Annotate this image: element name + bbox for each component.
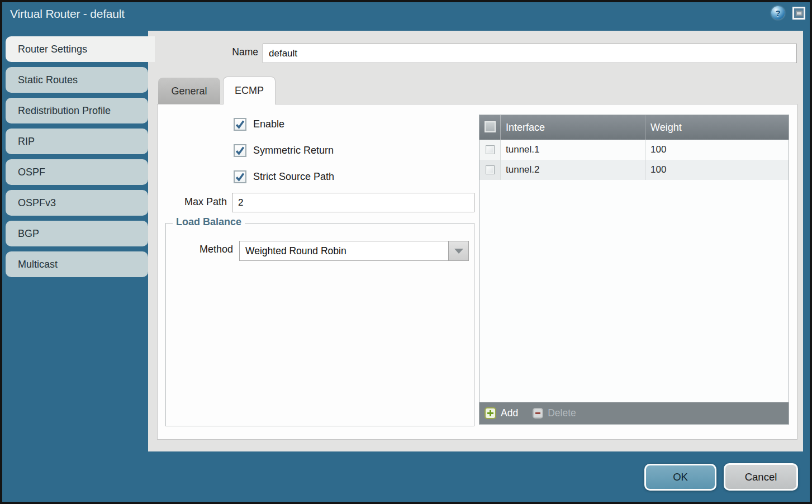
- dropdown-arrow-button[interactable]: [448, 241, 468, 260]
- name-input[interactable]: [263, 44, 797, 63]
- cell-weight[interactable]: 100: [645, 140, 789, 160]
- content-area: Name General ECMP Enable Symmetric Retur…: [148, 31, 803, 451]
- tab-ecmp[interactable]: ECMP: [223, 77, 276, 104]
- sidebar-item-ospf[interactable]: OSPF: [6, 159, 148, 185]
- table-row[interactable]: tunnel.1 100: [479, 140, 789, 160]
- method-dropdown[interactable]: Weighted Round Robin: [239, 241, 469, 261]
- sidebar: Router Settings Static Routes Redistribu…: [6, 36, 148, 282]
- symmetric-return-label: Symmetric Return: [253, 145, 334, 156]
- window-restore-icon[interactable]: [792, 7, 805, 20]
- strict-source-path-checkbox[interactable]: [234, 170, 246, 183]
- method-label: Method: [172, 244, 233, 255]
- method-selected-value: Weighted Round Robin: [245, 241, 346, 260]
- cell-interface[interactable]: tunnel.1: [501, 140, 645, 160]
- table-footer: Add Delete: [479, 402, 789, 424]
- sidebar-item-ospfv3[interactable]: OSPFv3: [6, 190, 148, 216]
- cell-interface[interactable]: tunnel.2: [501, 160, 645, 180]
- enable-row: Enable: [234, 118, 284, 131]
- chevron-down-icon: [454, 249, 463, 254]
- row-checkbox-cell: [479, 140, 501, 160]
- check-icon: [235, 119, 245, 130]
- minus-icon: [533, 408, 543, 419]
- sidebar-item-redistribution-profile[interactable]: Redistribution Profile: [6, 98, 148, 123]
- delete-button[interactable]: Delete: [533, 407, 576, 419]
- ecmp-tab-panel: Enable Symmetric Return Strict Source Pa…: [157, 104, 797, 440]
- symmetric-return-checkbox[interactable]: [234, 144, 246, 157]
- table-header: Interface Weight: [479, 115, 789, 140]
- column-header-interface[interactable]: Interface: [501, 115, 645, 140]
- sidebar-item-rip[interactable]: RIP: [6, 129, 148, 154]
- add-label: Add: [501, 407, 518, 419]
- symmetric-return-row: Symmetric Return: [234, 144, 334, 157]
- ok-button[interactable]: OK: [644, 464, 716, 491]
- interface-table: Interface Weight tunnel.1 100 tunnel.2 1…: [479, 115, 789, 425]
- virtual-router-dialog: Virtual Router - default ? Router Settin…: [0, 0, 812, 504]
- check-icon: [235, 145, 245, 156]
- dialog-title: Virtual Router - default: [10, 7, 125, 21]
- select-all-checkbox[interactable]: [485, 121, 496, 132]
- enable-label: Enable: [253, 118, 284, 130]
- column-header-weight[interactable]: Weight: [645, 115, 789, 140]
- max-path-label: Max Path: [168, 196, 227, 208]
- tab-general[interactable]: General: [158, 78, 220, 104]
- row-checkbox-cell: [479, 160, 501, 180]
- row-checkbox[interactable]: [486, 145, 495, 154]
- enable-checkbox[interactable]: [234, 118, 246, 131]
- row-checkbox[interactable]: [486, 165, 495, 174]
- load-balance-legend: Load Balance: [173, 216, 245, 228]
- delete-label: Delete: [548, 407, 576, 419]
- cell-weight[interactable]: 100: [645, 160, 789, 180]
- table-empty-area: [479, 180, 789, 402]
- check-icon: [235, 172, 245, 182]
- sidebar-item-bgp[interactable]: BGP: [6, 221, 148, 246]
- load-balance-group: Load Balance Method Weighted Round Robin: [165, 223, 474, 426]
- sidebar-item-static-routes[interactable]: Static Routes: [6, 67, 148, 93]
- max-path-input[interactable]: [232, 193, 474, 212]
- strict-source-path-label: Strict Source Path: [253, 171, 334, 183]
- name-label: Name: [207, 46, 258, 58]
- window-glyph: [796, 11, 802, 16]
- table-row[interactable]: tunnel.2 100: [479, 160, 789, 180]
- add-button[interactable]: Add: [485, 407, 518, 419]
- plus-icon: [485, 407, 496, 419]
- sidebar-item-multicast[interactable]: Multicast: [6, 251, 148, 277]
- strict-source-path-row: Strict Source Path: [234, 170, 334, 183]
- header-checkbox-cell: [479, 115, 501, 140]
- help-icon[interactable]: ?: [771, 6, 785, 20]
- sidebar-item-router-settings[interactable]: Router Settings: [6, 36, 155, 62]
- cancel-button[interactable]: Cancel: [724, 463, 798, 491]
